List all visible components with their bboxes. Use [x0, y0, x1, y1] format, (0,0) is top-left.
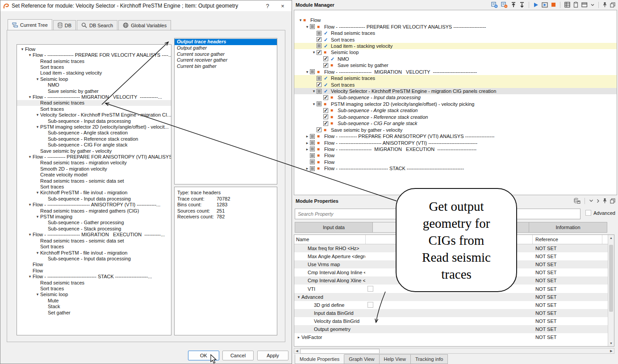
- new-window-icon[interactable]: [581, 2, 588, 8]
- enable-checkbox[interactable]: [323, 63, 328, 68]
- property-value-cell[interactable]: [366, 293, 533, 301]
- expander-icon[interactable]: ▾: [27, 53, 33, 57]
- property-row[interactable]: Output geometryNOT SET: [294, 325, 614, 333]
- expander-closed-icon[interactable]: ▸: [305, 166, 310, 171]
- float-panel-icon[interactable]: [610, 198, 615, 204]
- pin-icon[interactable]: [603, 198, 607, 204]
- tree-item[interactable]: ▾Seismic loop: [17, 292, 171, 297]
- scroll-up-icon[interactable]: ▲: [608, 236, 614, 239]
- property-value-cell[interactable]: [366, 309, 533, 317]
- scroll-down-icon[interactable]: ▼: [608, 342, 614, 345]
- property-row[interactable]: 3D grid defineNOT SET: [294, 301, 614, 309]
- tree-item[interactable]: Sub-sequence - CIG For angle stack: [17, 142, 171, 148]
- enable-checkbox[interactable]: [317, 76, 322, 81]
- tree-item[interactable]: NMO: [17, 82, 171, 88]
- chevron-down-icon[interactable]: [589, 199, 593, 202]
- tree-item[interactable]: Set gather: [17, 310, 171, 315]
- reference-item[interactable]: Output trace headers: [175, 39, 277, 45]
- enable-checkbox[interactable]: [310, 153, 315, 158]
- tree-item[interactable]: Sub-sequence - Input data processing: [17, 118, 171, 124]
- enable-checkbox[interactable]: [310, 134, 315, 139]
- mm-tree-item[interactable]: ■Sub-sequence - Input data processing: [294, 94, 617, 100]
- tree-item[interactable]: Sub-sequence - Angle stack creation: [17, 130, 171, 136]
- enable-checkbox[interactable]: [310, 166, 315, 171]
- scrollbar-thumb[interactable]: [300, 349, 380, 354]
- apply-button[interactable]: Apply: [257, 351, 288, 360]
- reference-list[interactable]: Output trace headersOutput gatherCurrent…: [174, 38, 277, 184]
- mm-tree-item[interactable]: ▾■PSTM imaging selector 2D (velocity/ang…: [294, 101, 617, 107]
- mm-tree-item[interactable]: ▸■Flow - ------------------------------ …: [294, 165, 617, 172]
- mm-tree-item[interactable]: ▾■Flow - -------------------- MIGRATION …: [294, 69, 617, 75]
- horizontal-scrollbar[interactable]: ◀ ▶: [294, 348, 614, 354]
- tree-item[interactable]: ▾Flow - ----------- PREPARE FOR ANISOTRO…: [17, 154, 171, 159]
- chevron-right-icon[interactable]: [597, 199, 600, 203]
- expander-open-icon[interactable]: ▾: [311, 102, 317, 106]
- tab-db-search[interactable]: DB Search: [77, 20, 117, 30]
- help-button[interactable]: ?: [261, 1, 274, 11]
- property-value-cell[interactable]: [366, 325, 533, 333]
- enable-checkbox[interactable]: [317, 89, 322, 94]
- tree-item[interactable]: Flow: [17, 268, 171, 273]
- expander-open-icon[interactable]: ▾: [311, 89, 317, 93]
- mm-tree-item[interactable]: ■Save seismic by gather - velocity: [294, 126, 617, 133]
- property-row[interactable]: Input data BinGridNOT SET: [294, 309, 614, 317]
- tab-graph-view[interactable]: Graph View: [344, 354, 379, 364]
- remove-module-icon[interactable]: [501, 2, 508, 8]
- enable-checkbox[interactable]: [323, 56, 328, 61]
- expander-closed-icon[interactable]: ▸: [296, 335, 301, 339]
- expander-icon[interactable]: ▾: [35, 190, 40, 195]
- property-value-cell[interactable]: [366, 301, 533, 309]
- property-row[interactable]: ▾AdvancedNOT SET: [294, 293, 614, 301]
- scroll-left-icon[interactable]: ◀: [294, 348, 300, 353]
- expander-icon[interactable]: ▾: [35, 251, 40, 255]
- tree-item[interactable]: Sort traces: [17, 64, 171, 70]
- float-panel-icon[interactable]: [610, 2, 615, 8]
- reference-item[interactable]: Current bin gather: [175, 63, 277, 70]
- mm-tree-item[interactable]: ■Flow: [294, 152, 617, 159]
- tree-item[interactable]: Sub-sequence - Input data processing: [17, 255, 171, 261]
- enable-checkbox[interactable]: [310, 146, 315, 151]
- enable-checkbox[interactable]: [323, 95, 328, 100]
- enable-checkbox[interactable]: [310, 69, 315, 74]
- advanced-checkbox[interactable]: [585, 210, 591, 216]
- tree-item[interactable]: Sort traces: [17, 106, 171, 112]
- tree-item[interactable]: Read seismic traces - migration velocity: [17, 160, 171, 166]
- tab-input-data[interactable]: Input data: [295, 222, 373, 233]
- stop-icon[interactable]: [551, 2, 556, 7]
- tree-item[interactable]: Sort traces: [17, 285, 171, 291]
- tab-global-variables[interactable]: Global Variables: [118, 20, 171, 30]
- mm-tree-item[interactable]: ▾■Flow: [294, 17, 617, 23]
- reference-item[interactable]: Current receiver gather: [175, 57, 277, 63]
- enable-checkbox[interactable]: [323, 114, 328, 119]
- flow-tree[interactable]: ▾Flow▾Flow - ---------------- PREPARE FO…: [17, 44, 171, 335]
- table-view-icon[interactable]: [564, 2, 570, 8]
- tree-item[interactable]: ▾Seismic loop: [17, 76, 171, 82]
- export-icon[interactable]: [519, 2, 525, 8]
- tab-current-tree[interactable]: Current Tree: [8, 19, 52, 30]
- clipboard-icon[interactable]: [573, 2, 578, 8]
- expander-icon[interactable]: ▾: [27, 274, 33, 279]
- tree-item[interactable]: Read seismic traces - seismic data set: [17, 238, 171, 243]
- property-row[interactable]: ▸VelFactorNOT SET: [294, 333, 614, 341]
- mm-tree-item[interactable]: ✓NMO: [294, 56, 617, 62]
- expander-icon[interactable]: ▾: [35, 125, 40, 129]
- expander-open-icon[interactable]: ▾: [296, 295, 301, 299]
- enable-checkbox[interactable]: [317, 31, 322, 36]
- tree-item[interactable]: ▾Flow - -------------------------- ANISO…: [17, 202, 171, 208]
- expander-icon[interactable]: ▾: [35, 77, 40, 81]
- property-value-cell[interactable]: [366, 333, 533, 341]
- enable-checkbox[interactable]: [310, 159, 315, 164]
- tab-information[interactable]: Information: [529, 222, 607, 233]
- tree-item[interactable]: ▾PSTM imaging selector 2D (velocity/angl…: [17, 124, 171, 130]
- add-module-icon[interactable]: [491, 2, 498, 8]
- cancel-button[interactable]: Cancel: [222, 351, 254, 360]
- value-checkbox[interactable]: [367, 302, 373, 308]
- enable-checkbox[interactable]: [310, 140, 315, 145]
- scroll-right-icon[interactable]: ▶: [609, 348, 614, 353]
- tree-item[interactable]: Read seismic traces: [17, 100, 171, 106]
- tab-module-properties[interactable]: Module Properties: [295, 354, 344, 364]
- mm-tree-item[interactable]: ■Flow: [294, 159, 617, 165]
- enable-checkbox[interactable]: [310, 24, 315, 29]
- enable-checkbox[interactable]: [317, 101, 322, 106]
- mm-tree-item[interactable]: ▾✓Velocity Selector - Kirchhoff PreSTM E…: [294, 88, 617, 94]
